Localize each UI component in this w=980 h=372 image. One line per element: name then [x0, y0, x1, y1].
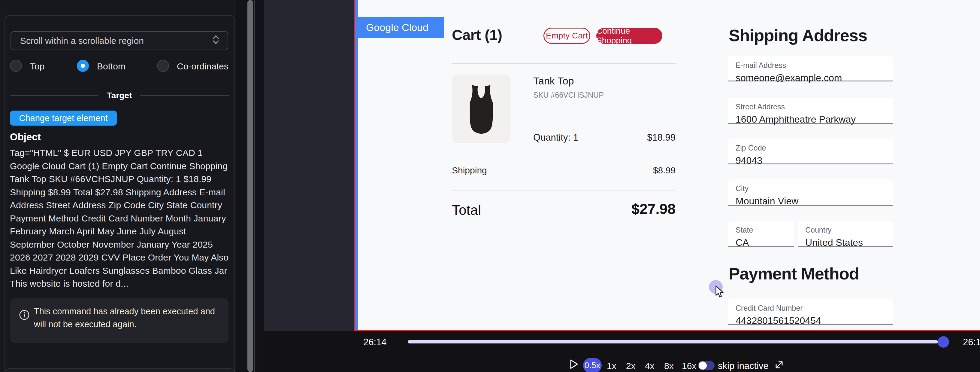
- change-target-button[interactable]: Change target element: [10, 110, 117, 126]
- mouse-cursor-icon: [715, 286, 727, 300]
- email-label: E-mail Address: [736, 61, 892, 70]
- radio-coordinates-label[interactable]: Co-ordinates: [177, 61, 229, 72]
- credit-card-field[interactable]: Credit Card Number 4432801561520454: [728, 299, 892, 325]
- current-time: 26:14: [363, 337, 387, 348]
- speed-0-5x-button[interactable]: 0.5x: [583, 358, 602, 372]
- country-value: United States: [805, 237, 892, 248]
- object-heading: Object: [10, 131, 41, 143]
- shipping-label: Shipping: [452, 165, 487, 176]
- product-quantity: Quantity: 1: [533, 132, 578, 143]
- object-text: Tag="HTML" $ EUR USD JPY GBP TRY CAD 1 G…: [10, 146, 230, 290]
- street-value: 1600 Amphitheatre Parkway: [736, 114, 892, 125]
- tank-top-image: [459, 81, 504, 137]
- notice-text: This command has already been executed a…: [34, 305, 220, 331]
- command-select[interactable]: Scroll within a scrollable region: [11, 31, 228, 50]
- skip-inactive-label[interactable]: skip inactive: [718, 361, 768, 371]
- select-chevron-icon: [212, 34, 220, 47]
- shipping-address-heading: Shipping Address: [729, 26, 867, 45]
- total-value: $27.98: [585, 201, 676, 217]
- street-label: Street Address: [736, 102, 892, 111]
- play-button[interactable]: [570, 359, 578, 370]
- speed-8x-button[interactable]: 8x: [664, 361, 674, 371]
- radio-top[interactable]: [10, 60, 22, 72]
- divider-line: [10, 95, 99, 96]
- payment-method-heading: Payment Method: [729, 264, 859, 283]
- shipping-value: $8.99: [616, 165, 676, 176]
- timeline-slider[interactable]: [408, 340, 938, 343]
- product-image[interactable]: [452, 75, 511, 143]
- expand-icon: [774, 359, 784, 370]
- fullscreen-button[interactable]: [774, 359, 784, 371]
- recorded-page: Google Cloud Cart (1) Empty Cart Continu…: [358, 0, 980, 330]
- country-field[interactable]: Country United States: [798, 221, 892, 247]
- credit-card-label: Credit Card Number: [736, 304, 892, 313]
- command-select-value: Scroll within a scrollable region: [20, 36, 212, 46]
- zip-field[interactable]: Zip Code 94043: [728, 139, 892, 164]
- target-divider-label: Target: [107, 91, 132, 101]
- continue-shopping-button[interactable]: Continue Shopping: [596, 28, 662, 44]
- zip-value: 94043: [736, 155, 892, 166]
- city-value: Mountain View: [736, 196, 892, 207]
- info-icon: [19, 310, 30, 320]
- radio-top-label[interactable]: Top: [30, 61, 45, 72]
- player-bar: 26:14 26:1 0.5x 1x 2x 4x 8x 16x skip ina…: [264, 331, 980, 372]
- empty-cart-button[interactable]: Empty Cart: [543, 28, 590, 44]
- state-label: State: [736, 226, 794, 235]
- divider-line: [140, 95, 229, 96]
- total-label: Total: [452, 202, 481, 218]
- sidebar-next-section[interactable]: [5, 369, 235, 372]
- radio-coordinates[interactable]: [157, 60, 169, 72]
- skip-inactive-toggle[interactable]: [698, 361, 714, 370]
- speed-1x-button[interactable]: 1x: [607, 361, 616, 371]
- state-field[interactable]: State CA: [728, 221, 794, 247]
- radio-bottom[interactable]: [77, 60, 89, 72]
- email-value: someone@example.com: [736, 72, 892, 83]
- end-time: 26:1: [963, 337, 980, 348]
- toggle-knob: [699, 361, 707, 370]
- viewport-highlight-red-left: [354, 0, 355, 331]
- divider: [452, 156, 676, 156]
- email-field[interactable]: E-mail Address someone@example.com: [728, 56, 892, 81]
- screen: Scroll within a scrollable region Top Bo…: [0, 0, 980, 372]
- sidebar-scrollbar[interactable]: [247, 0, 253, 372]
- credit-card-value: 4432801561520454: [736, 315, 892, 326]
- product-price: $18.99: [616, 132, 676, 143]
- country-label: Country: [805, 226, 892, 235]
- site-logo[interactable]: Google Cloud: [358, 17, 444, 38]
- speed-4x-button[interactable]: 4x: [645, 361, 654, 371]
- gutter-divider: [254, 0, 255, 372]
- cart-title: Cart (1): [452, 26, 502, 43]
- city-label: City: [736, 184, 892, 193]
- sidebar-divider: [10, 357, 228, 357]
- state-value: CA: [736, 237, 794, 248]
- play-icon: [570, 359, 578, 369]
- divider: [452, 190, 676, 190]
- speed-2x-button[interactable]: 2x: [626, 361, 636, 371]
- target-divider: Target: [10, 90, 229, 101]
- product-name: Tank Top: [533, 75, 574, 87]
- timeline-thumb[interactable]: [938, 336, 949, 348]
- street-field[interactable]: Street Address 1600 Amphitheatre Parkway: [728, 97, 892, 124]
- element-highlight-blue-left: [355, 0, 358, 330]
- speed-16x-button[interactable]: 16x: [682, 361, 696, 371]
- city-field[interactable]: City Mountain View: [728, 179, 892, 206]
- sidebar: Scroll within a scrollable region Top Bo…: [0, 0, 236, 372]
- product-sku: SKU #66VCHSJNUP: [533, 91, 604, 99]
- radio-bottom-label[interactable]: Bottom: [97, 61, 126, 72]
- zip-label: Zip Code: [736, 144, 892, 152]
- divider: [452, 63, 676, 64]
